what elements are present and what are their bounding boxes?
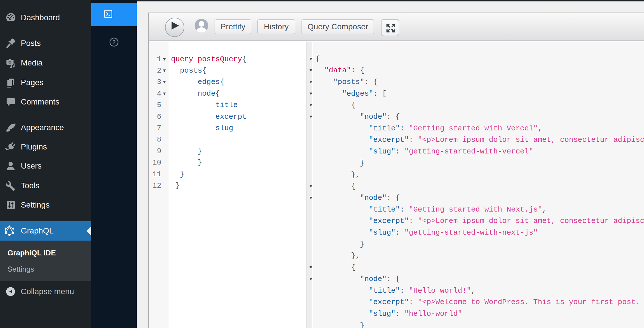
svg-text:?: ? xyxy=(112,39,116,45)
